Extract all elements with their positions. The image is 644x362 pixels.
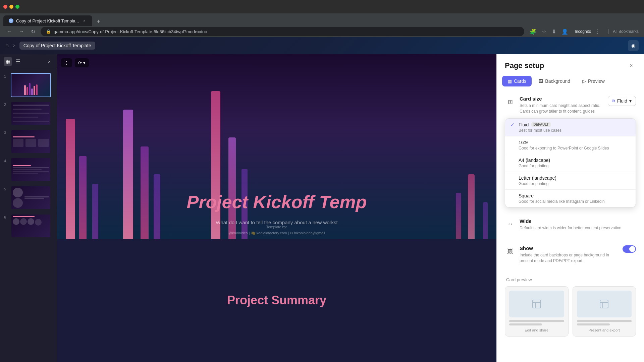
backdrop-toggle bbox=[623, 245, 636, 253]
slide-options-btn[interactable]: ⋮ bbox=[61, 58, 72, 67]
bookmark-btn[interactable]: ☆ bbox=[540, 27, 548, 36]
card-size-header: ⊞ Card size Sets a minimum card height a… bbox=[502, 92, 639, 118]
slide-thumbnail-3[interactable]: 3 bbox=[3, 128, 54, 155]
preview-line-short bbox=[509, 323, 542, 325]
slide-number: 4 bbox=[4, 159, 8, 163]
slide-lower: Project Summary bbox=[57, 239, 496, 362]
tab-preview[interactable]: ▷ Preview bbox=[577, 76, 610, 86]
backdrop-icon: 🖼 bbox=[505, 246, 516, 257]
forward-btn[interactable]: → bbox=[17, 27, 25, 36]
url-text: gamma.app/docs/Copy-of-Project-Kickoff-T… bbox=[54, 29, 207, 34]
refresh-btn[interactable]: ↻ bbox=[30, 27, 37, 36]
download-btn[interactable]: ⬇ bbox=[550, 27, 557, 36]
card-size-control: ⧉ Fluid ▾ bbox=[608, 96, 636, 106]
dropdown-item-a4[interactable]: ✓ A4 (landscape) Good for printing bbox=[505, 154, 636, 172]
incognito-label: Incognito bbox=[575, 29, 591, 34]
dropdown-item-letter[interactable]: ✓ Letter (landscape) Good for printing bbox=[505, 172, 636, 189]
panel-title: Page setup bbox=[505, 61, 544, 70]
preview-tab-label: Preview bbox=[588, 78, 605, 84]
backdrop-desc: Include the card backdrops or page backg… bbox=[520, 252, 619, 264]
preview-card-edit-label: Edit and share bbox=[509, 328, 564, 332]
slide-thumbnail-2[interactable]: 2 bbox=[3, 100, 54, 127]
header-action-btn[interactable]: ◉ bbox=[628, 40, 639, 51]
browser-chrome: γ Copy of Project Kickoff Templa... × + … bbox=[0, 0, 644, 37]
dropdown-item-16-9[interactable]: ✓ 16:9 Good for exporting to PowerPoint … bbox=[505, 136, 636, 154]
fluid-badge: DEFAULT bbox=[531, 122, 550, 127]
wide-section: ↔ Wide Default card width is wider for b… bbox=[502, 214, 639, 235]
maximize-window-btn[interactable] bbox=[15, 5, 19, 9]
url-bar[interactable]: 🔒 gamma.app/docs/Copy-of-Project-Kickoff… bbox=[41, 27, 524, 36]
slide-image bbox=[11, 101, 51, 125]
tab-cards[interactable]: ▦ Cards bbox=[502, 76, 532, 86]
backdrop-toggle-btn[interactable] bbox=[623, 245, 636, 253]
app-container: ⌂ > Copy of Project Kickoff Template ◉ ▦… bbox=[0, 37, 644, 362]
card-size-desc: Sets a minimum card height and aspect ra… bbox=[520, 103, 604, 114]
16-9-option-label: 16:9 bbox=[519, 140, 528, 145]
dropdown-item-square[interactable]: ✓ Square Good for social media like Inst… bbox=[505, 190, 636, 207]
slide-number: 1 bbox=[4, 74, 8, 78]
breadcrumb-separator: > bbox=[13, 43, 15, 48]
wide-section-header: ↔ Wide Default card width is wider for b… bbox=[502, 214, 639, 235]
home-icon[interactable]: ⌂ bbox=[5, 43, 9, 49]
close-window-btn[interactable] bbox=[3, 5, 7, 9]
panel-header: Page setup × bbox=[497, 54, 644, 70]
backdrop-title: Show bbox=[520, 245, 619, 251]
backdrop-info: Show Include the card backdrops or page … bbox=[520, 245, 619, 264]
background-tab-icon: 🖼 bbox=[538, 78, 543, 84]
card-size-icon: ⊞ bbox=[505, 97, 516, 107]
16-9-option-desc: Good for exporting to PowerPoint or Goog… bbox=[519, 146, 630, 150]
sidebar-close-btn[interactable]: × bbox=[46, 58, 53, 65]
slide-toolbar: ⋮ ⟳ ▾ bbox=[61, 58, 89, 67]
deco-bar bbox=[211, 91, 220, 239]
wide-icon: ↔ bbox=[505, 219, 516, 230]
sidebar: ▦ ☰ × 1 bbox=[0, 54, 57, 362]
grid-view-btn[interactable]: ▦ bbox=[4, 57, 12, 66]
dropdown-item-square-header: ✓ Square bbox=[511, 193, 630, 198]
menu-btn[interactable]: ⋮ bbox=[594, 27, 602, 36]
cards-tab-icon: ▦ bbox=[507, 78, 512, 84]
slide-thumbnail-4[interactable]: 4 bbox=[3, 156, 54, 183]
dropdown-item-fluid-header: ✓ Fluid DEFAULT bbox=[511, 122, 630, 127]
dropdown-item-16-9-header: ✓ 16:9 bbox=[511, 140, 630, 145]
slide-layout-btn[interactable]: ⟳ ▾ bbox=[75, 58, 89, 67]
card-size-dropdown-menu: ✓ Fluid DEFAULT Best for most use cases … bbox=[505, 118, 636, 207]
preview-card-present-img bbox=[577, 291, 632, 317]
dropdown-arrow-icon: ▾ bbox=[629, 98, 632, 104]
tab-title: Copy of Project Kickoff Templa... bbox=[16, 18, 79, 23]
breadcrumb-title[interactable]: Copy of Project Kickoff Template bbox=[19, 42, 95, 50]
bookmarks-label: All Bookmarks bbox=[608, 29, 639, 34]
app-header: ⌂ > Copy of Project Kickoff Template ◉ bbox=[0, 37, 644, 54]
list-view-btn[interactable]: ☰ bbox=[14, 57, 22, 66]
dropdown-item-letter-header: ✓ Letter (landscape) bbox=[511, 175, 630, 181]
card-size-title: Card size bbox=[520, 96, 604, 102]
new-tab-btn[interactable]: + bbox=[94, 17, 103, 26]
minimize-window-btn[interactable] bbox=[9, 5, 13, 9]
fluid-option-desc: Best for most use cases bbox=[519, 128, 630, 133]
a4-option-desc: Good for printing bbox=[519, 164, 630, 168]
extensions-btn[interactable]: 🧩 bbox=[528, 27, 538, 36]
slide-number: 5 bbox=[4, 187, 8, 191]
preview-cards: Edit and share bbox=[505, 286, 636, 337]
tab-close-btn[interactable]: × bbox=[82, 18, 87, 23]
slide-image bbox=[11, 73, 51, 97]
dropdown-item-fluid[interactable]: ✓ Fluid DEFAULT Best for most use cases bbox=[505, 119, 636, 136]
cards-tab-label: Cards bbox=[514, 78, 526, 84]
header-actions: ◉ bbox=[628, 40, 639, 51]
address-bar: ← → ↻ 🔒 gamma.app/docs/Copy-of-Project-K… bbox=[0, 26, 644, 37]
preview-tab-icon: ▷ bbox=[582, 78, 586, 84]
browser-tab-active[interactable]: γ Copy of Project Kickoff Templa... × bbox=[3, 15, 92, 26]
fluid-icon: ⧉ bbox=[612, 99, 615, 103]
tab-background[interactable]: 🖼 Background bbox=[533, 76, 576, 86]
panel-close-btn[interactable]: × bbox=[627, 61, 636, 70]
back-btn[interactable]: ← bbox=[5, 27, 13, 36]
slide-number: 3 bbox=[4, 131, 8, 135]
panel-tabs: ▦ Cards 🖼 Background ▷ Preview bbox=[497, 70, 644, 86]
slide-thumbnail-5[interactable]: 5 bbox=[3, 184, 54, 211]
slide-thumbnail-1[interactable]: 1 bbox=[3, 72, 54, 99]
card-size-selected: Fluid bbox=[617, 98, 627, 104]
slide-thumbnail-6[interactable]: 6 bbox=[3, 213, 54, 239]
card-size-dropdown-btn[interactable]: ⧉ Fluid ▾ bbox=[608, 96, 636, 106]
slide-footer-links: @koolaidco | 🍋 koolaidfactory.com | ✉ hi… bbox=[228, 231, 325, 235]
backdrop-section-header: 🖼 Show Include the card backdrops or pag… bbox=[502, 241, 639, 268]
profile-btn[interactable]: 👤 bbox=[560, 27, 570, 36]
